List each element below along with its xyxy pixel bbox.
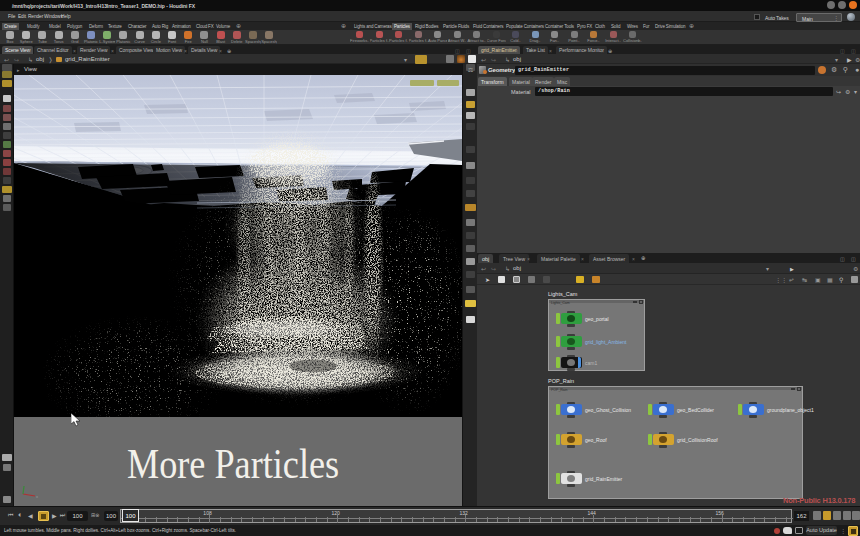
svg-text:x: x <box>36 494 38 499</box>
